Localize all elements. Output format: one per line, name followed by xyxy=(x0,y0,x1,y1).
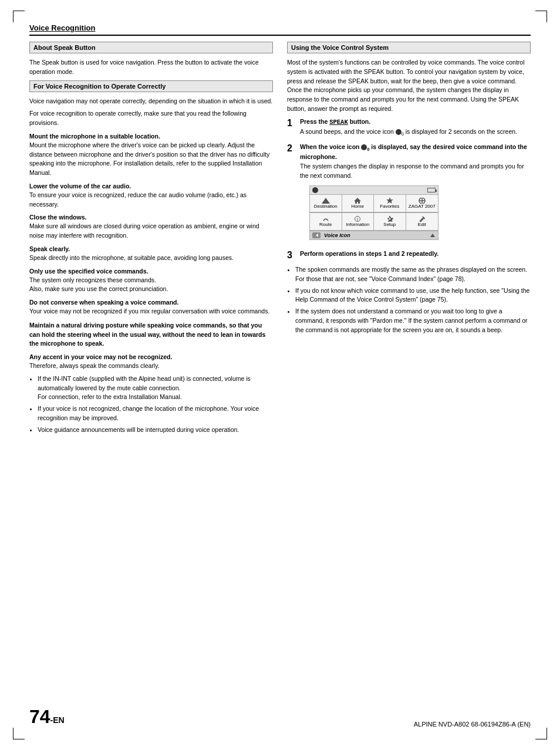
bold-driving-posture: Maintain a natural driving posture while… xyxy=(29,321,273,349)
nav-up-icon xyxy=(430,232,436,238)
nav-cell-route: Route xyxy=(310,213,342,231)
section-voice-recognition-title: For Voice Recognition to Operate Correct… xyxy=(33,83,269,90)
nav-cell-home: Home xyxy=(342,195,375,212)
nav-label-zagat: ZAGAT 2007 xyxy=(409,204,436,209)
nav-battery-icon xyxy=(427,188,436,192)
sub1-title: Mount the microphone in a suitable locat… xyxy=(29,133,273,140)
footer-model-text: ALPINE NVD-A802 68-06194Z86-A (EN) xyxy=(414,721,531,728)
nav-label-route: Route xyxy=(319,222,332,227)
nav-footer: Voice Icon xyxy=(310,231,438,239)
nav-cell-setup: Setup xyxy=(374,213,406,231)
sub1-body: Mount the microphone where the driver's … xyxy=(29,141,273,178)
page-main-title: Voice Recognition xyxy=(29,23,531,36)
left-bullets: If the IN-INT cable (supplied with the A… xyxy=(38,374,273,435)
nav-cell-destination: Destination xyxy=(310,195,342,212)
right-bullets: The spoken commands are mostly the same … xyxy=(295,265,531,335)
step2-number: 2 xyxy=(287,143,296,154)
nav-header xyxy=(310,186,438,195)
sub7-title: Any accent in your voice may not be reco… xyxy=(29,353,273,360)
step3-title: Perform operations in steps 1 and 2 repe… xyxy=(300,249,531,258)
nav-screen: Destination Home Favorites xyxy=(309,185,438,240)
section-about-speak: About Speak Button xyxy=(29,42,273,53)
step1-content: Press the SPEAK button. A sound beeps, a… xyxy=(300,117,531,138)
svg-marker-0 xyxy=(322,198,330,204)
step3-number: 3 xyxy=(287,249,296,261)
right-intro: Most of the system's functions can be co… xyxy=(287,58,531,114)
step1-title: Press the SPEAK button. xyxy=(300,117,531,127)
page-footer: 74-EN ALPINE NVD-A802 68-06194Z86-A (EN) xyxy=(29,706,531,728)
sub4-title: Speak clearly. xyxy=(29,245,273,252)
sub4-body: Speak directly into the microphone, at s… xyxy=(29,254,273,263)
step1-number: 1 xyxy=(287,117,296,129)
step2-title: When the voice icon 0 is displayed, say … xyxy=(300,143,531,161)
nav-label-home: Home xyxy=(352,204,364,209)
nav-label-favorites: Favorites xyxy=(380,204,399,209)
voice-icon-small xyxy=(396,129,402,135)
bullet-item: If your voice is not recognized, change … xyxy=(38,404,273,423)
page-number-suffix: -EN xyxy=(50,715,65,725)
nav-cell-information: i Information xyxy=(342,213,375,231)
sub3-title: Close the windows. xyxy=(29,214,273,221)
left-column: About Speak Button The Speak button is u… xyxy=(29,42,273,438)
sub6-body: Your voice may not be recognized if you … xyxy=(29,307,273,316)
svg-point-7 xyxy=(389,218,390,219)
nav-grid-row2: Route i Information Setup xyxy=(310,213,438,231)
nav-grid-row1: Destination Home Favorites xyxy=(310,195,438,213)
bullet-item: Voice guidance announcements will be int… xyxy=(38,425,273,435)
right-bullet-item: If the system does not understand a comm… xyxy=(295,307,531,335)
step1-body: A sound beeps, and the voice icon 0 is d… xyxy=(300,127,531,138)
nav-label-setup: Setup xyxy=(383,222,396,227)
sub3-body: Make sure all windows are closed during … xyxy=(29,222,273,241)
nav-cell-edit: Edit xyxy=(406,213,438,231)
right-bullet-item: If you do not know which voice command t… xyxy=(295,286,531,305)
right-section-box: Using the Voice Control System xyxy=(287,42,531,53)
section-voice-recognition: For Voice Recognition to Operate Correct… xyxy=(29,80,273,92)
page-number: 74 xyxy=(29,706,50,727)
vr-intro2: For voice recognition to operate correct… xyxy=(29,109,273,128)
svg-marker-11 xyxy=(430,234,435,237)
nav-cell-favorites: Favorites xyxy=(374,195,406,212)
right-section-title: Using the Voice Control System xyxy=(291,44,527,51)
step3-content: Perform operations in steps 1 and 2 repe… xyxy=(300,249,531,259)
sub5-title: Only use the specified voice commands. xyxy=(29,268,273,275)
svg-marker-1 xyxy=(354,198,361,204)
step2-container: 2 When the voice icon 0 is displayed, sa… xyxy=(287,143,531,245)
voice-icon-step2 xyxy=(361,144,367,150)
step2-content: When the voice icon 0 is displayed, say … xyxy=(300,143,531,245)
right-column: Using the Voice Control System Most of t… xyxy=(287,42,531,438)
sub5-body: The system only recognizes these command… xyxy=(29,276,273,295)
step2-body: The system changes the display in respon… xyxy=(300,162,531,181)
voice-icon-caption: Voice Icon xyxy=(324,232,350,238)
nav-label-destination: Destination xyxy=(314,204,338,209)
bullet-item: If the IN-INT cable (supplied with the A… xyxy=(38,374,273,402)
sub6-title: Do not converse when speaking a voice co… xyxy=(29,299,273,306)
svg-text:i: i xyxy=(357,217,358,221)
right-bullet-item: The spoken commands are mostly the same … xyxy=(295,265,531,284)
nav-cell-zagat: ZAGAT 2007 xyxy=(406,195,438,212)
sub2-body: To ensure your voice is recognized, redu… xyxy=(29,191,273,210)
step3-container: 3 Perform operations in steps 1 and 2 re… xyxy=(287,249,531,261)
page-number-block: 74-EN xyxy=(29,706,65,728)
about-speak-body: The Speak button is used for voice navig… xyxy=(29,58,273,77)
nav-label-edit: Edit xyxy=(418,222,426,227)
vr-intro1: Voice navigation may not operate correct… xyxy=(29,97,273,106)
nav-label-info: Information xyxy=(346,222,369,227)
nav-back-icon xyxy=(312,232,321,238)
sub7-body: Therefore, always speak the commands cle… xyxy=(29,362,273,371)
nav-mic-icon xyxy=(312,187,318,193)
sub2-title: Lower the volume of the car audio. xyxy=(29,183,273,190)
step1-container: 1 Press the SPEAK button. A sound beeps,… xyxy=(287,117,531,138)
section-about-speak-title: About Speak Button xyxy=(33,44,269,51)
